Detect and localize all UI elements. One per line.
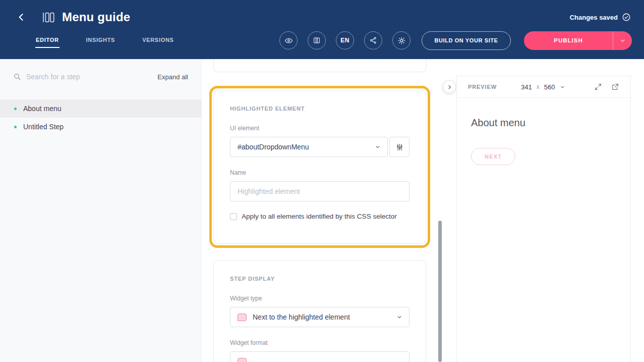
step-editor-panel: HIGHLIGHTED ELEMENT UI element #aboutDro… [202,59,456,362]
green-dot-icon [14,108,17,110]
editor-scrollbar-thumb[interactable] [438,221,442,362]
expand-all-link[interactable]: Expand all [157,73,188,81]
tab-editor[interactable]: EDITOR [35,33,60,48]
back-button[interactable] [14,10,28,24]
publish-split-button: PUBLISH [524,31,632,50]
tab-versions[interactable]: VERSIONS [142,33,174,48]
section-title: HIGHLIGHTED ELEMENT [230,106,409,112]
build-on-your-site-button[interactable]: BUILD ON YOUR SITE [422,31,511,50]
publish-dropdown-button[interactable] [613,31,632,50]
step-display-card: STEP DISPLAY Widget type Next to the hig… [213,260,426,362]
preview-content: About menu NEXT [457,98,630,165]
check-circle-icon [622,13,631,22]
app-logo-icon [41,11,55,24]
external-link-icon [611,83,619,91]
preview-header: PREVIEW 341 x 560 [457,76,630,98]
ui-element-row: #aboutDropdownMenu [230,137,409,157]
widget-type-label: Widget type [230,295,409,302]
preview-eye-button[interactable] [279,31,298,49]
sidebar-search-row: Expand all [0,59,201,94]
step-item-about-menu[interactable]: About menu [0,99,201,118]
card-above-partial [213,59,426,72]
header-tabs: EDITOR INSIGHTS VERSIONS [35,33,174,48]
chevron-left-icon [16,12,26,22]
name-label: Name [230,169,409,176]
preview-step-title: About menu [471,117,616,129]
search-icon [13,73,21,81]
step-search-input[interactable] [26,73,152,81]
settings-button[interactable] [392,31,411,49]
fullscreen-button[interactable] [594,83,602,91]
layout-columns-icon [313,36,321,44]
main-area: Expand all About menu Untitled Step [0,59,644,362]
sliders-icon [395,143,404,151]
widget-format-icon [238,358,247,362]
preview-label: PREVIEW [468,84,497,90]
apply-all-checkbox-label: Apply to all elements identified by this… [242,213,397,220]
changes-saved-label: Changes saved [570,14,618,21]
step-item-untitled-step[interactable]: Untitled Step [0,118,201,136]
widget-type-select[interactable]: Next to the highlighted element [230,307,409,327]
panel-toggle-button[interactable] [443,80,456,93]
size-separator: x [537,83,540,90]
element-name-input[interactable] [230,181,409,201]
guide-title: Menu guide [62,10,130,24]
chevron-down-icon [560,85,565,89]
widget-format-label: Widget format [230,339,409,346]
chevron-down-icon [375,144,380,149]
share-button[interactable] [364,31,382,49]
preview-size-selector[interactable]: 341 x 560 [521,83,565,91]
apply-all-checkbox-row[interactable]: Apply to all elements identified by this… [230,213,409,220]
share-icon [369,36,377,44]
app: Menu guide Changes saved EDITOR INSIGHTS… [0,0,644,362]
header-toolbar-row: EDITOR INSIGHTS VERSIONS EN [12,29,632,51]
highlight-ring: HIGHLIGHTED ELEMENT UI element #aboutDro… [209,86,430,248]
gear-icon [397,36,406,45]
layout-button[interactable] [308,31,326,49]
step-item-label: About menu [23,105,62,113]
green-dot-icon [14,126,17,128]
preview-width-value: 341 [521,83,532,91]
chevron-down-icon [397,315,402,320]
changes-saved-status: Changes saved [570,13,631,22]
chevron-down-icon [620,38,625,43]
element-selector-settings-button[interactable] [389,137,409,157]
expand-arrows-icon [594,83,602,91]
language-code-label: EN [340,37,349,44]
open-in-new-tab-button[interactable] [611,83,619,91]
ui-element-label: UI element [230,125,409,132]
ui-element-value: #aboutDropdownMenu [238,143,309,151]
highlighted-element-card: HIGHLIGHTED ELEMENT UI element #aboutDro… [213,90,426,244]
widget-format-select[interactable] [230,351,409,362]
eye-icon [284,36,293,45]
steps-list: About menu Untitled Step [0,99,201,136]
top-header: Menu guide Changes saved EDITOR INSIGHTS… [0,0,644,59]
header-title-row: Menu guide Changes saved [12,6,632,28]
section-title: STEP DISPLAY [230,276,409,282]
preview-header-actions [594,83,619,91]
chevron-right-icon [447,84,452,90]
widget-type-value: Next to the highlighted element [253,313,350,321]
tab-insights[interactable]: INSIGHTS [86,33,116,48]
step-item-label: Untitled Step [23,123,64,131]
steps-sidebar: Expand all About menu Untitled Step [0,59,202,362]
next-button[interactable]: NEXT [471,148,515,165]
preview-panel: PREVIEW 341 x 560 [456,59,644,362]
publish-button[interactable]: PUBLISH [524,31,613,50]
apply-all-checkbox[interactable] [230,213,237,220]
language-button[interactable]: EN [336,31,354,49]
preview-height-value: 560 [544,83,555,91]
widget-tooltip-icon [238,314,247,321]
header-actions: EN BUILD ON YOUR SITE PUBLISH [269,31,632,50]
preview-box: PREVIEW 341 x 560 [456,76,631,362]
editor-scroll-content: HIGHLIGHTED ELEMENT UI element #aboutDro… [209,59,430,362]
ui-element-select[interactable]: #aboutDropdownMenu [230,137,388,157]
